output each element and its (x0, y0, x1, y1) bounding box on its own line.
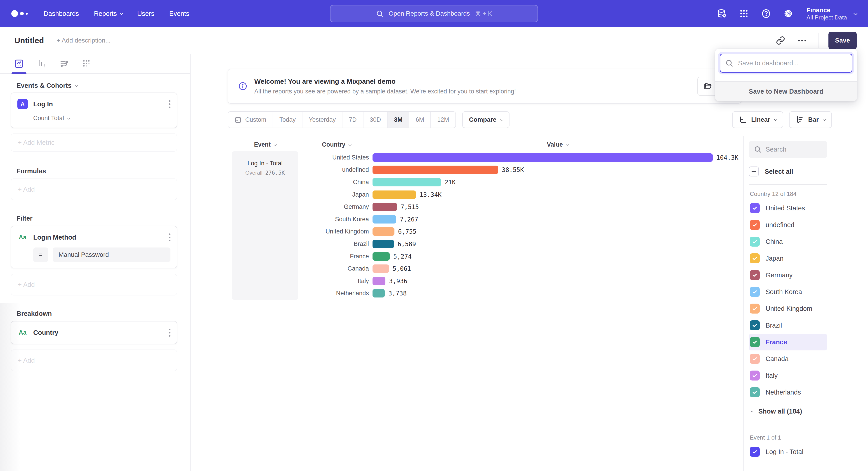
country-row-france[interactable]: France (749, 334, 827, 350)
add-description-field[interactable]: + Add description... (57, 37, 111, 44)
save-button[interactable]: Save (829, 32, 857, 49)
country-row-united-states[interactable]: United States (749, 200, 827, 216)
bar[interactable] (373, 166, 498, 174)
add-breakdown-button[interactable]: + Add (11, 350, 177, 371)
select-all-row[interactable]: Select all (749, 167, 827, 176)
help-icon[interactable] (761, 8, 771, 19)
filter-kebab-icon[interactable] (169, 237, 170, 238)
metric-kebab-icon[interactable] (169, 104, 170, 105)
country-row-undefined[interactable]: undefined (749, 216, 827, 233)
country-row-brazil[interactable]: Brazil (749, 317, 827, 334)
nav-item-events[interactable]: Events (169, 10, 189, 18)
column-header-event[interactable]: Event (232, 141, 298, 148)
add-filter-button[interactable]: + Add (11, 274, 177, 295)
country-row-germany[interactable]: Germany (749, 267, 827, 284)
metric-event-name[interactable]: Log In (33, 100, 53, 108)
select-all-checkbox[interactable] (749, 167, 759, 176)
date-range-3m[interactable]: 3M (388, 112, 409, 127)
add-metric-button[interactable]: + Add Metric (11, 134, 177, 152)
apps-grid-icon[interactable] (739, 8, 749, 19)
tab-funnels[interactable] (37, 54, 46, 73)
bar[interactable] (373, 252, 390, 261)
filter-value-field[interactable]: Manual Password (53, 247, 170, 262)
mixpanel-logo-icon[interactable] (11, 10, 28, 17)
checkbox[interactable] (750, 337, 760, 347)
date-range-custom[interactable]: Custom (228, 112, 273, 127)
bar[interactable] (373, 215, 396, 224)
bar[interactable] (373, 153, 713, 162)
bar[interactable] (373, 264, 389, 273)
bar-category-label: Japan (301, 191, 369, 198)
country-row-japan[interactable]: Japan (749, 250, 827, 267)
checkbox[interactable] (750, 387, 760, 397)
date-range-12m[interactable]: 12M (431, 112, 456, 127)
breakdown-kebab-icon[interactable] (169, 332, 170, 333)
report-title[interactable]: Untitled (14, 36, 44, 45)
bar[interactable] (373, 240, 394, 248)
bar-value-label: 38.55K (502, 166, 524, 173)
copy-link-icon[interactable] (775, 35, 786, 47)
date-range-7d[interactable]: 7D (342, 112, 364, 127)
bar[interactable] (373, 289, 385, 297)
bar[interactable] (373, 203, 397, 211)
scale-dropdown[interactable]: Linear (732, 111, 783, 128)
nav-item-users[interactable]: Users (137, 10, 154, 18)
bar[interactable] (373, 190, 416, 199)
checkbox[interactable] (750, 270, 760, 280)
date-range-today[interactable]: Today (273, 112, 303, 127)
filter-operator-dropdown[interactable]: = (33, 247, 48, 262)
country-row-netherlands[interactable]: Netherlands (749, 384, 827, 401)
checkbox[interactable] (750, 371, 760, 381)
breakdown-property-name[interactable]: Country (33, 329, 58, 336)
bar[interactable] (373, 227, 395, 236)
country-row-china[interactable]: China (749, 233, 827, 250)
bar[interactable] (373, 277, 385, 285)
add-formula-button[interactable]: + Add (11, 178, 177, 200)
checkbox[interactable] (750, 203, 760, 213)
event-badge: A (18, 99, 28, 109)
settings-gear-icon[interactable] (783, 8, 794, 19)
checkbox-label: Italy (766, 372, 778, 379)
nav-item-dashboards[interactable]: Dashboards (43, 10, 79, 18)
checkbox[interactable] (750, 320, 760, 330)
project-switcher[interactable]: Finance All Project Data (807, 6, 857, 21)
aggregation-dropdown[interactable]: Count Total (33, 115, 170, 122)
country-row-italy[interactable]: Italy (749, 367, 827, 384)
checkbox[interactable] (750, 220, 760, 230)
country-row-united-kingdom[interactable]: United Kingdom (749, 300, 827, 317)
event-row-log-in---total[interactable]: Log In - Total (749, 443, 827, 460)
date-range-yesterday[interactable]: Yesterday (303, 112, 342, 127)
country-row-canada[interactable]: Canada (749, 350, 827, 367)
compare-button[interactable]: Compare (462, 111, 509, 128)
nav-item-reports[interactable]: Reports (94, 10, 122, 18)
save-to-dashboard-input[interactable] (720, 54, 852, 72)
demo-welcome-banner: Welcome! You are viewing a Mixpanel demo… (228, 69, 741, 104)
filter-property-name[interactable]: Login Method (33, 234, 76, 241)
checkbox[interactable] (750, 303, 760, 314)
checkbox[interactable] (750, 447, 760, 457)
tab-flows[interactable] (59, 54, 69, 73)
bar[interactable] (373, 178, 441, 186)
checkbox[interactable] (750, 287, 760, 297)
bar-value-label: 5,061 (393, 265, 411, 272)
date-range-6m[interactable]: 6M (409, 112, 431, 127)
date-range-30d[interactable]: 30D (364, 112, 388, 127)
checkbox[interactable] (750, 237, 760, 246)
data-management-icon[interactable] (717, 8, 727, 19)
bar-value-label: 21K (445, 179, 456, 186)
breakdown-card: Aa Country (11, 321, 177, 344)
chart-type-dropdown[interactable]: Bar (789, 111, 832, 128)
column-header-country[interactable]: Country (301, 141, 372, 148)
column-header-value[interactable]: Value (372, 141, 743, 148)
more-options-icon[interactable] (796, 35, 808, 47)
global-search-button[interactable]: Open Reports & Dashboards ⌘ + K (330, 5, 538, 22)
divider (818, 33, 818, 48)
events-cohorts-heading[interactable]: Events & Cohorts (17, 82, 177, 89)
save-to-new-dashboard-button[interactable]: Save to New Dashboard (715, 81, 857, 101)
checkbox[interactable] (750, 354, 760, 364)
tab-retention[interactable] (82, 54, 92, 73)
tab-insights[interactable] (14, 54, 24, 73)
checkbox[interactable] (750, 254, 760, 263)
show-all-button[interactable]: Show all (184) (749, 403, 827, 420)
country-row-south-korea[interactable]: South Korea (749, 284, 827, 300)
